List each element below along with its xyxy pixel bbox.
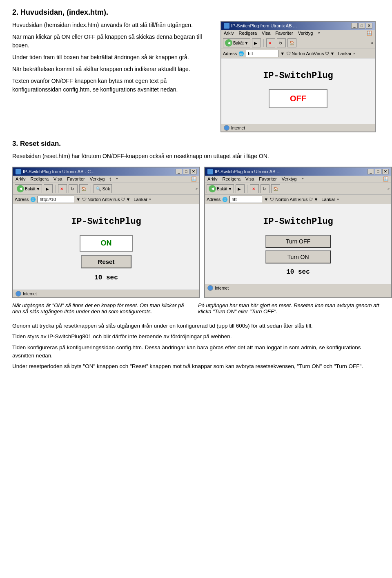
- back-dropdown[interactable]: ▼: [245, 41, 249, 45]
- address-input[interactable]: [246, 50, 278, 57]
- back-label-2: Bakåt: [25, 187, 36, 191]
- browser-2-toolbar: ◀ Bakåt ▼ ▶ ✕ ↻ 🏠 🔍 Sök »: [13, 183, 199, 195]
- antivirus-dropdown-3[interactable]: ▼: [314, 197, 318, 202]
- browser-1-title: IP-SwitchPlug from Utronix AB ...: [231, 23, 297, 28]
- back-label-3: Bakåt: [217, 187, 227, 191]
- toolbar-more-2[interactable]: »: [196, 187, 198, 191]
- menu-favoriter-2[interactable]: Favoriter: [67, 176, 85, 182]
- off-button[interactable]: OFF: [269, 89, 327, 108]
- home-button[interactable]: 🏠: [287, 38, 296, 47]
- addr-dropdown[interactable]: ▼: [280, 51, 285, 56]
- antivirus-label: Norton AntiVirus: [292, 51, 324, 56]
- links-more-2[interactable]: »: [149, 197, 151, 201]
- stop-button-3[interactable]: ✕: [250, 184, 259, 193]
- links-label-2: Länkar: [134, 197, 147, 202]
- browser-3-content: IP-SwitchPlug Turn OFF Turn ON 10 sec: [205, 204, 391, 284]
- forward-button-2[interactable]: ▶: [44, 184, 53, 193]
- on-button[interactable]: ON: [80, 235, 133, 252]
- address-input-3[interactable]: [229, 196, 262, 203]
- toolbar-sep-1: [263, 39, 264, 47]
- back-dropdown-2[interactable]: ▼: [36, 187, 40, 191]
- browser-1-content: IP-SwitchPlug OFF: [221, 58, 375, 124]
- menu-redigera[interactable]: Redigera: [238, 31, 257, 36]
- close-button-2[interactable]: ✕: [190, 169, 197, 174]
- back-button-3[interactable]: ◀ Bakåt ▼: [207, 184, 234, 193]
- browser-2-title: IP-SwitchPlug from Utronix AB - C...: [23, 169, 94, 174]
- maximize-button-3[interactable]: □: [375, 169, 381, 174]
- back-button-2[interactable]: ◀ Bakåt ▼: [15, 184, 42, 193]
- titlebar-buttons-3[interactable]: _ □ ✕: [368, 169, 389, 174]
- addr-globe: 🌐: [238, 51, 244, 56]
- browser-3-statusbar: Internet: [205, 284, 391, 292]
- maximize-button-2[interactable]: □: [183, 169, 189, 174]
- links-more[interactable]: »: [353, 51, 355, 56]
- menu-arkiv[interactable]: Arkiv: [224, 31, 234, 36]
- antivirus-icon2: 🛡: [325, 51, 329, 56]
- maximize-button[interactable]: □: [359, 23, 365, 29]
- menu-favoriter[interactable]: Favoriter: [275, 31, 293, 36]
- bottom2: Tiden styrs av IP-SwitchPlug801 och blir…: [12, 333, 380, 341]
- toolbar-sep-4: [247, 185, 247, 193]
- menu-redigera-3[interactable]: Redigera: [222, 176, 241, 182]
- menu-t[interactable]: t: [109, 176, 111, 182]
- minimize-button-3[interactable]: _: [368, 169, 374, 174]
- titlebar-buttons[interactable]: _ □ ✕: [351, 23, 372, 29]
- search-button[interactable]: 🔍 Sök: [94, 184, 112, 193]
- stop-button-2[interactable]: ✕: [58, 184, 67, 193]
- para6: Resetsidan (reset.htm) har förutom ON/OF…: [12, 152, 380, 161]
- menu-visa-2[interactable]: Visa: [53, 176, 62, 182]
- menu-redigera-2[interactable]: Redigera: [30, 176, 49, 182]
- toolbar-sep-2: [55, 185, 56, 193]
- antivirus-dropdown-2[interactable]: ▼: [126, 197, 130, 202]
- antivirus-icon: 🛡: [286, 51, 291, 56]
- minimize-button[interactable]: _: [351, 23, 358, 29]
- addr-dropdown-3[interactable]: ▼: [264, 197, 268, 202]
- refresh-button[interactable]: ↻: [277, 38, 286, 47]
- para3: Under tiden fram till boxen har bekräfta…: [12, 53, 208, 62]
- menu-arkiv-2[interactable]: Arkiv: [16, 176, 25, 182]
- antivirus-box-3: 🛡 Norton AntiVirus 🛡 ▼: [270, 197, 318, 202]
- menu-verktyg[interactable]: Verktyg: [298, 31, 313, 36]
- back-button[interactable]: ◀ Bakåt ▼: [223, 38, 250, 47]
- turn-off-button[interactable]: Turn OFF: [265, 235, 331, 248]
- back-icon-2: ◀: [17, 185, 24, 192]
- home-button-2[interactable]: 🏠: [79, 184, 88, 193]
- menu-verktyg-3[interactable]: Verktyg: [282, 176, 297, 182]
- stop-button[interactable]: ✕: [266, 38, 275, 47]
- back-dropdown-3[interactable]: ▼: [228, 187, 232, 191]
- status-globe: [224, 125, 229, 131]
- menu-visa[interactable]: Visa: [262, 31, 270, 36]
- toolbar-more-3[interactable]: »: [388, 187, 390, 191]
- menu-visa-3[interactable]: Visa: [245, 176, 254, 182]
- minimize-button-2[interactable]: _: [176, 169, 182, 174]
- menu-arkiv-3[interactable]: Arkiv: [207, 176, 217, 182]
- reset-button[interactable]: Reset: [81, 255, 132, 268]
- home-button-3[interactable]: 🏠: [271, 184, 280, 193]
- menu-more[interactable]: »: [318, 31, 320, 36]
- app-title-1: IP-SwitchPlug: [229, 71, 367, 81]
- refresh-button-2[interactable]: ↻: [69, 184, 78, 193]
- toolbar-more[interactable]: »: [371, 41, 373, 45]
- addr-dropdown-2[interactable]: ▼: [76, 197, 80, 202]
- titlebar-buttons-2[interactable]: _ □ ✕: [176, 169, 197, 174]
- antivirus-dropdown[interactable]: ▼: [330, 51, 334, 56]
- titlebar-left-2: IP-SwitchPlug from Utronix AB - C...: [16, 169, 94, 174]
- two-col-browsers: IP-SwitchPlug from Utronix AB - C... _ □…: [12, 167, 380, 298]
- turn-on-button[interactable]: Turn ON: [265, 250, 331, 263]
- section-2: 3. Reset sidan. Resetsidan (reset.htm) h…: [12, 140, 380, 315]
- menu-more-2[interactable]: »: [116, 176, 118, 182]
- menu-more-3[interactable]: »: [301, 176, 303, 182]
- links-label: Länkar: [338, 51, 352, 56]
- close-button[interactable]: ✕: [366, 23, 372, 29]
- refresh-button-3[interactable]: ↻: [261, 184, 270, 193]
- address-input-2[interactable]: [38, 196, 74, 203]
- links-label-3: Länkar: [321, 197, 335, 202]
- forward-button-3[interactable]: ▶: [236, 184, 245, 193]
- forward-button[interactable]: ▶: [252, 38, 261, 47]
- close-button-3[interactable]: ✕: [382, 169, 389, 174]
- status-globe-3: [207, 285, 213, 291]
- browser-2-content: IP-SwitchPlug ON Reset 10 sec: [13, 204, 199, 290]
- links-more-3[interactable]: »: [337, 197, 339, 201]
- menu-favoriter-3[interactable]: Favoriter: [259, 176, 276, 182]
- menu-verktyg-2[interactable]: Verktyg: [90, 176, 105, 182]
